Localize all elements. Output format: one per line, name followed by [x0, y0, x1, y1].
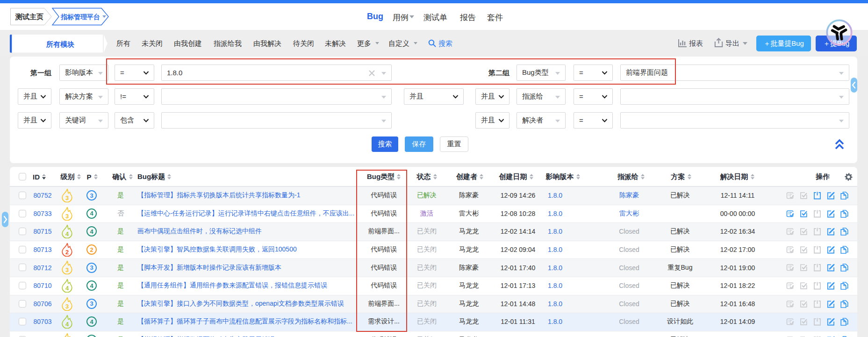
svg-text:3: 3 — [65, 194, 69, 201]
svg-text:4: 4 — [65, 230, 69, 237]
svg-text:3: 3 — [65, 212, 69, 219]
svg-text:2: 2 — [65, 248, 69, 255]
svg-text:4: 4 — [65, 321, 69, 328]
svg-text:3: 3 — [65, 266, 69, 273]
svg-text:4: 4 — [65, 285, 69, 292]
svg-text:3: 3 — [65, 302, 69, 309]
